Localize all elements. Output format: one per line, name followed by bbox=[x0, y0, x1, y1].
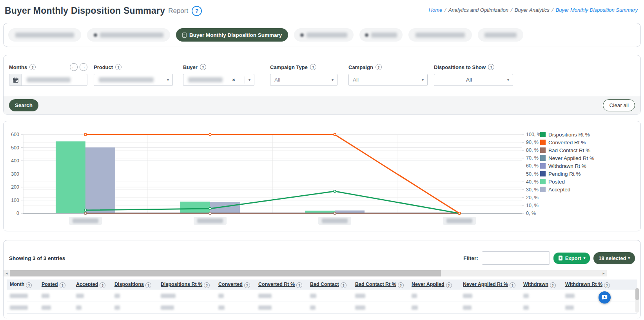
svg-text:200: 200 bbox=[11, 184, 19, 190]
months-label: Months bbox=[9, 64, 27, 70]
export-button[interactable]: Export ▾ bbox=[553, 253, 590, 264]
table-row[interactable] bbox=[7, 290, 637, 302]
column-header-dispositions-rt[interactable]: Dispositions Rt %? bbox=[158, 280, 215, 290]
months-value-blurred bbox=[27, 77, 71, 82]
help-icon[interactable]: ? bbox=[510, 282, 515, 288]
legend-label: Never Applied Rt % bbox=[548, 155, 594, 161]
help-icon[interactable]: ? bbox=[376, 64, 382, 70]
legend-item[interactable]: Bad Contact Rt % bbox=[540, 146, 594, 154]
help-icon[interactable]: ? bbox=[244, 282, 250, 288]
column-header-month: Month? bbox=[7, 280, 38, 290]
dispositions-select[interactable]: All ▾ bbox=[434, 74, 513, 86]
breadcrumb-item: Buyer Analytics bbox=[515, 7, 550, 13]
cell-value-blurred bbox=[565, 294, 575, 298]
table-filter-input[interactable] bbox=[482, 251, 550, 265]
column-header-converted[interactable]: Converted? bbox=[215, 280, 255, 290]
search-button[interactable]: Search bbox=[9, 99, 38, 111]
help-icon[interactable]: ? bbox=[60, 282, 65, 288]
selected-label: 18 selected bbox=[599, 255, 626, 261]
help-icon[interactable]: ? bbox=[446, 282, 452, 288]
svg-text:10, %: 10, % bbox=[526, 203, 539, 208]
help-icon[interactable]: ? bbox=[550, 282, 556, 288]
legend-item[interactable]: Never Applied Rt % bbox=[540, 154, 594, 162]
help-icon[interactable]: ? bbox=[296, 282, 302, 288]
breadcrumb-item[interactable]: Home bbox=[429, 7, 443, 13]
breadcrumb: Home/Analytics and Optimization/Buyer An… bbox=[429, 7, 638, 13]
report-help-icon[interactable]: ? bbox=[192, 6, 202, 16]
dispositions-label: Dispositions to Show bbox=[434, 64, 486, 70]
buyer-select[interactable]: × ▾ bbox=[183, 74, 254, 86]
buyer-label: Buyer bbox=[183, 64, 198, 70]
legend-item[interactable]: Withdrawn Rt % bbox=[540, 162, 594, 170]
column-header-bad-contact[interactable]: Bad Contact? bbox=[307, 280, 352, 290]
help-icon[interactable]: ? bbox=[200, 64, 206, 70]
tab-blurred[interactable] bbox=[478, 28, 523, 42]
product-select[interactable]: ▾ bbox=[94, 74, 173, 86]
column-header-dispositions[interactable]: Dispositions? bbox=[111, 280, 158, 290]
help-icon[interactable]: ? bbox=[204, 282, 210, 288]
filter-campaign-type: Campaign Type? All ▾ bbox=[270, 63, 337, 96]
clear-all-button[interactable]: Clear all bbox=[603, 99, 635, 111]
column-header-never-applied-rt[interactable]: Never Applied Rt %? bbox=[460, 280, 520, 290]
campaign-type-label: Campaign Type bbox=[270, 64, 308, 70]
legend-label: Bad Contact Rt % bbox=[548, 147, 590, 153]
column-header-converted-rt[interactable]: Converted Rt %? bbox=[255, 280, 307, 290]
tab-blurred[interactable] bbox=[87, 28, 170, 42]
legend-item[interactable]: Converted Rt % bbox=[540, 138, 594, 146]
help-icon[interactable]: ? bbox=[29, 64, 36, 70]
cell-value-blurred bbox=[463, 305, 472, 310]
help-icon[interactable]: ? bbox=[26, 282, 32, 288]
help-icon[interactable]: ? bbox=[115, 64, 122, 70]
help-icon[interactable]: ? bbox=[398, 282, 404, 288]
help-icon[interactable]: ? bbox=[488, 64, 494, 70]
months-next-button[interactable]: → bbox=[80, 63, 87, 71]
legend-item[interactable]: Pending Rt % bbox=[540, 170, 594, 178]
page-title: Buyer Monthly Disposition Summary bbox=[5, 5, 165, 16]
support-chat-button[interactable] bbox=[599, 291, 611, 304]
column-header-never-applied[interactable]: Never Applied? bbox=[408, 280, 460, 290]
cell-value-blurred bbox=[310, 294, 316, 298]
tab-blurred[interactable] bbox=[408, 28, 472, 42]
column-header-withdrawn[interactable]: Withdrawn? bbox=[520, 280, 562, 290]
scroll-right-icon[interactable]: ► bbox=[600, 270, 607, 276]
cell-value-blurred bbox=[42, 305, 51, 310]
campaign-select[interactable]: All ▾ bbox=[348, 74, 428, 86]
campaign-label: Campaign bbox=[348, 64, 373, 70]
filters-panel: Months? ← → Product? ▾ Buyer? bbox=[3, 55, 641, 115]
showing-entries-text: Showing 3 of 3 entries bbox=[9, 255, 65, 261]
campaign-type-select[interactable]: All ▾ bbox=[270, 74, 337, 86]
help-icon[interactable]: ? bbox=[604, 282, 610, 288]
table-row[interactable] bbox=[7, 302, 637, 314]
svg-text:50, %: 50, % bbox=[526, 171, 539, 177]
legend-item[interactable]: Posted bbox=[540, 178, 594, 185]
months-prev-button[interactable]: ← bbox=[70, 63, 78, 71]
columns-selected-button[interactable]: 18 selected ▾ bbox=[593, 252, 635, 264]
tab-blurred[interactable] bbox=[359, 28, 403, 42]
tab-blurred[interactable] bbox=[294, 28, 354, 42]
legend-item[interactable]: Accepted bbox=[540, 185, 594, 193]
svg-text:600: 600 bbox=[11, 132, 19, 137]
help-icon[interactable]: ? bbox=[100, 282, 105, 288]
column-header-withdrawn-rt[interactable]: Withdrawn Rt %? bbox=[562, 280, 637, 290]
tab-icon-blurred bbox=[365, 33, 368, 37]
cell-value-blurred bbox=[355, 305, 365, 310]
chevron-down-icon: ▾ bbox=[328, 78, 337, 82]
help-icon[interactable]: ? bbox=[145, 282, 151, 288]
tab-buyer-monthly-disposition-summary[interactable]: Buyer Monthly Disposition Summary bbox=[176, 28, 288, 42]
report-tabs-bar: Buyer Monthly Disposition Summary bbox=[3, 23, 641, 47]
horizontal-scrollbar[interactable]: ◄ ► bbox=[4, 270, 607, 276]
tab-blurred[interactable] bbox=[8, 28, 81, 42]
vertical-scrollbar[interactable] bbox=[635, 288, 639, 313]
breadcrumb-item[interactable]: Buyer Monthly Disposition Summary bbox=[555, 7, 638, 13]
column-header-label: Converted bbox=[218, 282, 243, 287]
clear-buyer-icon[interactable]: × bbox=[230, 77, 237, 83]
column-header-bad-contact-rt[interactable]: Bad Contact Rt %? bbox=[352, 280, 408, 290]
column-header-accepted[interactable]: Accepted? bbox=[73, 280, 111, 290]
help-icon[interactable]: ? bbox=[310, 64, 316, 70]
scrollbar-thumb[interactable] bbox=[10, 270, 441, 276]
months-input[interactable] bbox=[9, 74, 87, 86]
help-icon[interactable]: ? bbox=[341, 282, 346, 288]
column-header-posted[interactable]: Posted? bbox=[38, 280, 73, 290]
scroll-left-icon[interactable]: ◄ bbox=[4, 270, 10, 276]
legend-item[interactable]: Dispositions Rt % bbox=[540, 131, 594, 138]
